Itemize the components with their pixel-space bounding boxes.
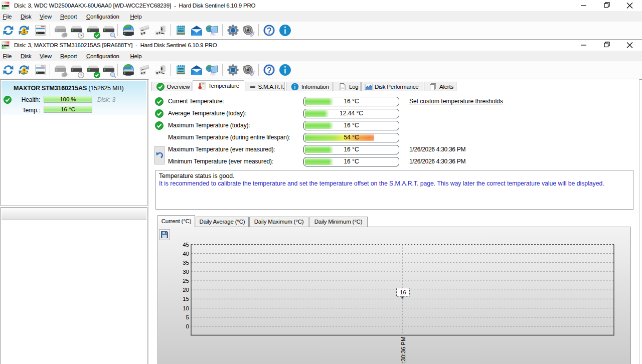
svg-text:45: 45: [183, 242, 189, 248]
svg-text:35: 35: [183, 260, 189, 266]
svg-text:5: 5: [186, 314, 189, 320]
svg-text:30: 30: [183, 269, 189, 275]
svg-text:40: 40: [183, 251, 189, 257]
svg-text:25: 25: [183, 278, 189, 284]
svg-text:4:30:36 PM: 4:30:36 PM: [400, 337, 406, 364]
svg-text:15: 15: [183, 296, 189, 302]
svg-text:0: 0: [186, 323, 189, 329]
svg-text:10: 10: [183, 305, 189, 311]
svg-text:20: 20: [183, 287, 189, 293]
svg-text:16: 16: [400, 289, 406, 295]
